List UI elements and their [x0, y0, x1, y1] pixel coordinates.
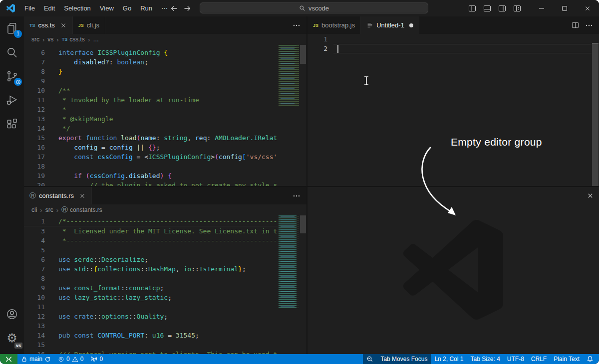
- breadcrumbs[interactable]: src›vs›TScss.ts›…: [24, 34, 306, 45]
- code-editor-constants-rs[interactable]: 1/*-------------------------------------…: [24, 215, 306, 354]
- ellipsis-icon[interactable]: [585, 21, 593, 29]
- breadcrumb-item[interactable]: Ⓡconstants.rs: [61, 205, 102, 214]
- breadcrumb-item[interactable]: src: [45, 206, 53, 213]
- breadcrumb-item[interactable]: src: [31, 36, 39, 43]
- code-editor-css-ts[interactable]: 6interface ICSSPluginConfig {7 disabled?…: [24, 45, 306, 186]
- scrollbar-thumb[interactable]: [300, 45, 306, 64]
- status-language-mode[interactable]: Plain Text: [550, 354, 583, 364]
- menu-selection[interactable]: Selection: [59, 0, 95, 16]
- status-ports-item[interactable]: 0: [87, 354, 106, 364]
- code-line[interactable]: 6use serde::Deserialize;: [24, 255, 278, 264]
- code-line[interactable]: 13 * @skipMangle: [24, 114, 278, 124]
- activitybar-explorer[interactable]: 1: [0, 16, 24, 40]
- breadcrumb-item[interactable]: vs: [47, 36, 53, 43]
- tab-bootstrap-js[interactable]: JSbootstrap.js: [307, 16, 361, 34]
- menu-file[interactable]: File: [20, 0, 39, 16]
- breadcrumbs[interactable]: cli›src›Ⓡconstants.rs: [24, 204, 306, 215]
- command-center-search[interactable]: vscode: [200, 2, 428, 13]
- code-line[interactable]: 15: [24, 340, 278, 350]
- layout-sidebar-right-icon[interactable]: [498, 4, 506, 12]
- layout-panel-icon[interactable]: [483, 4, 491, 12]
- code-editor-untitled-1[interactable]: 12: [307, 34, 599, 186]
- code-line[interactable]: 3 * Licensed under the MIT License. See …: [24, 226, 278, 236]
- code-line[interactable]: 19 if (cssConfig.disabled) {: [24, 171, 278, 181]
- layout-customize-icon[interactable]: [513, 4, 521, 12]
- code-line[interactable]: 17 const cssConfig = <ICSSPluginConfig>(…: [24, 152, 278, 162]
- status-zoom-status[interactable]: [363, 354, 377, 364]
- tab-cli-js[interactable]: JScli.js: [73, 16, 105, 34]
- code-line[interactable]: 11 * Invoked by the loader at run-time: [24, 95, 278, 105]
- code-line[interactable]: 2: [307, 44, 592, 53]
- tab-constants-rs[interactable]: Ⓡconstants.rs: [24, 187, 92, 204]
- code-line[interactable]: 12use crate::options::Quality;: [24, 312, 278, 321]
- scrollbar[interactable]: [300, 45, 306, 186]
- status-tab-moves-focus[interactable]: Tab Moves Focus: [377, 354, 431, 364]
- text-cursor: [337, 45, 338, 53]
- code-line[interactable]: 5: [24, 245, 278, 255]
- menu-go[interactable]: Go: [118, 0, 136, 16]
- breadcrumb-item[interactable]: TScss.ts: [62, 36, 85, 43]
- code-line[interactable]: 20 // the plugin is asked to not create …: [24, 181, 278, 186]
- code-line[interactable]: 7 disabled?: boolean;: [24, 57, 278, 67]
- scrollbar[interactable]: [592, 43, 599, 186]
- status-branch-item[interactable]: main: [17, 354, 54, 364]
- breadcrumb-item[interactable]: cli: [31, 206, 37, 213]
- code-line[interactable]: 7use std::{collections::HashMap, io::IsT…: [24, 264, 278, 274]
- code-line[interactable]: 8}: [24, 67, 278, 76]
- code-line[interactable]: 14 */: [24, 124, 278, 133]
- tab-css-ts[interactable]: TScss.ts: [24, 16, 73, 34]
- status-cursor-position[interactable]: Ln 2, Col 1: [431, 354, 467, 364]
- split-editor-icon[interactable]: [572, 21, 579, 29]
- activitybar-run-and-debug[interactable]: [0, 88, 24, 112]
- go-back-button[interactable]: [170, 4, 178, 12]
- activitybar-settings[interactable]: ⚙vs: [0, 326, 24, 350]
- menu-edit[interactable]: Edit: [39, 0, 59, 16]
- close-icon[interactable]: [60, 22, 67, 29]
- code-line[interactable]: 9: [24, 76, 278, 86]
- status-indentation[interactable]: Tab Size: 4: [467, 354, 503, 364]
- ellipsis-icon[interactable]: [293, 21, 300, 29]
- activitybar-accounts[interactable]: [0, 302, 24, 326]
- code-line[interactable]: 11: [24, 302, 278, 312]
- code-line[interactable]: 10use lazy_static::lazy_static;: [24, 293, 278, 302]
- tab-untitled-1[interactable]: Untitled-1: [361, 16, 419, 34]
- scrollbar-thumb[interactable]: [300, 215, 306, 233]
- layout-sidebar-left-icon[interactable]: [468, 4, 476, 12]
- menu-run[interactable]: Run: [136, 0, 157, 16]
- scrollbar[interactable]: [300, 215, 306, 354]
- close-icon[interactable]: [79, 192, 86, 199]
- ellipsis-icon[interactable]: [293, 192, 300, 200]
- code-line[interactable]: 15export function load(name: string, req…: [24, 133, 278, 143]
- close-button[interactable]: [576, 0, 599, 16]
- code-line[interactable]: 1: [307, 34, 592, 44]
- maximize-button[interactable]: [553, 0, 576, 16]
- code-line[interactable]: 6interface ICSSPluginConfig {: [24, 48, 278, 57]
- code-line[interactable]: 1/*-------------------------------------…: [24, 216, 278, 226]
- status-encoding[interactable]: UTF-8: [504, 354, 528, 364]
- code-line[interactable]: 9use const_format::concatcp;: [24, 283, 278, 293]
- status-eol[interactable]: CRLF: [528, 354, 550, 364]
- activitybar-source-control[interactable]: [0, 64, 24, 88]
- menu-view[interactable]: View: [95, 0, 118, 16]
- minimize-icon: [539, 5, 545, 11]
- minimap[interactable]: [278, 215, 300, 309]
- code-line[interactable]: 14pub const CONTROL_PORT: u16 = 31545;: [24, 331, 278, 340]
- activitybar-extensions[interactable]: [0, 112, 24, 136]
- activitybar-search[interactable]: [0, 40, 24, 64]
- breadcrumb-item[interactable]: …: [93, 36, 99, 43]
- status-remote-indicator[interactable]: [0, 354, 17, 364]
- code-line[interactable]: 18: [24, 162, 278, 171]
- status-problems-item[interactable]: 00: [54, 354, 87, 364]
- code-line[interactable]: 16/// Protocol version sent to clients. …: [24, 350, 278, 354]
- code-line[interactable]: 13: [24, 321, 278, 331]
- code-line[interactable]: 16 config = config || {};: [24, 143, 278, 152]
- minimize-button[interactable]: [530, 0, 553, 16]
- minimap[interactable]: [278, 45, 300, 107]
- code-line[interactable]: 12 *: [24, 105, 278, 114]
- close-icon[interactable]: [587, 192, 594, 199]
- code-line[interactable]: 4 *-------------------------------------…: [24, 236, 278, 245]
- code-line[interactable]: 10/**: [24, 86, 278, 95]
- code-line[interactable]: 8: [24, 274, 278, 283]
- go-forward-button[interactable]: [183, 4, 191, 12]
- status-notifications[interactable]: [583, 354, 597, 364]
